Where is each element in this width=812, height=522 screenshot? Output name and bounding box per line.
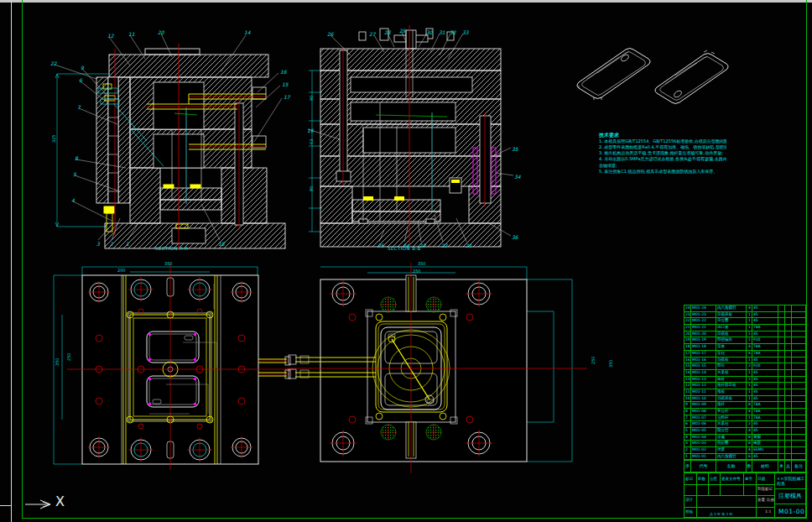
spacer-left bbox=[320, 186, 352, 223]
bom-row: 4M01-04 水嘴8 黄铜 bbox=[684, 435, 805, 441]
technical-notes: 技术要求 1. 本模具按照GB/T12554、GB/T12556标准验收,合模后… bbox=[599, 132, 726, 175]
ejector-retainer bbox=[352, 200, 440, 211]
drawing-title: 注塑模具 bbox=[778, 493, 802, 499]
mold-plate bbox=[320, 279, 527, 462]
scale-value: 1:1 bbox=[765, 509, 771, 514]
bom-row: 18M01-18 导套4 T8A bbox=[684, 344, 805, 351]
field-mass: 质量 bbox=[757, 498, 765, 502]
ejector-retainer bbox=[160, 188, 221, 200]
product-iso-views bbox=[569, 35, 745, 115]
plan-view-fixed-half bbox=[285, 258, 621, 478]
bom-row: 11M01-11 推板1 45 bbox=[684, 389, 805, 396]
field-design: 设计 bbox=[685, 498, 693, 502]
field-mark: 标记 bbox=[685, 477, 693, 481]
phone-case-inner-view bbox=[655, 50, 728, 104]
guide-strip-left bbox=[96, 77, 108, 203]
guide-pillar bbox=[108, 77, 118, 203]
cavity-window bbox=[351, 102, 455, 121]
bom-row: 17M01-17 导柱4 T8A bbox=[684, 351, 805, 358]
bom-row: 5M01-05 限位钉4 45 bbox=[684, 428, 805, 435]
title-block: 标记 处数 分区 更改文件号 签字 日期 设计 校核 阶段标记 质量 比例 1:… bbox=[684, 472, 806, 518]
sheet-edge-line bbox=[11, 0, 12, 522]
note-line: 2. 成型零件表面粗糙度Ra0.4,不得有划痕、碰伤、锈蚀等缺陷,型腔应抛光; bbox=[599, 144, 726, 150]
sheet-tick bbox=[0, 505, 11, 506]
field-scale: 比例 bbox=[767, 498, 774, 502]
ejector-plate bbox=[160, 200, 221, 210]
drawing-number: M01-00 bbox=[778, 508, 804, 515]
water-fitting-upper bbox=[252, 87, 266, 99]
bom-row: 8M01-08 复位杆4 T8A bbox=[684, 409, 805, 415]
note-line: 3. 推出机构运动灵活平稳,无卡滞现象,推杆复位准确可靠,动作灵敏; bbox=[599, 150, 726, 156]
bill-of-materials: 24M01-24 内六角螺钉4 45 23M01-23 定模座板1 45 22M… bbox=[684, 305, 806, 460]
bom-row: 2M01-02 弹簧4 65Mn bbox=[684, 447, 805, 454]
top-border bbox=[0, 0, 812, 3]
note-line: 1. 本模具按照GB/T12554、GB/T12556标准验收,合模后分型面间隙… bbox=[599, 138, 726, 144]
bom-row: 15M01-15 型芯2 P20 bbox=[684, 363, 805, 370]
field-zone: 分区 bbox=[710, 477, 717, 481]
bom-header-row: 序号 代号 名称 数 材料 单件 总计 备注 bbox=[684, 460, 806, 472]
bom-row: 13M01-13 垫块2 45 bbox=[684, 377, 805, 384]
bom-row: 22M01-22 定位圈1 45 bbox=[684, 318, 805, 325]
spacer-right bbox=[221, 168, 267, 223]
bom-row: 24M01-24 内六角螺钉4 45 bbox=[684, 305, 805, 312]
note-line: 5. 未注倒角C1,锐边倒钝,模具非成型表面涂防锈油后入库保存。 bbox=[599, 169, 726, 175]
frame-left bbox=[22, 0, 23, 518]
field-date: 日期 bbox=[757, 477, 765, 481]
field-stage: 阶段标记 bbox=[757, 487, 773, 491]
bom-row: 21M01-21 浇口套1 T8A bbox=[684, 325, 805, 331]
note-line: 杂物堵塞; bbox=[599, 163, 726, 169]
bom-row: 7M01-07 拉料杆1 T8A bbox=[684, 415, 805, 422]
bom-row: 12M01-12 推杆固定板1 45 bbox=[684, 383, 805, 389]
field-change-doc: 更改文件号 bbox=[721, 477, 741, 481]
cad-drawing-canvas[interactable]: SECTION A-A SECTION B-B 1211201496785422… bbox=[0, 0, 812, 522]
guide-pin bbox=[340, 50, 347, 176]
bom-row: 9M01-09 推杆8 T8A bbox=[684, 402, 805, 409]
guide-strip-right bbox=[118, 77, 130, 203]
field-sign: 签字 bbox=[745, 477, 752, 481]
field-check: 校核 bbox=[685, 509, 693, 514]
phone-case-back-view bbox=[577, 49, 650, 101]
section-a-caption: SECTION A-A bbox=[155, 246, 189, 251]
support-pillar bbox=[480, 116, 491, 203]
spacer-left bbox=[130, 168, 160, 223]
bom-row: 16M01-16 动模板1 45 bbox=[684, 358, 805, 364]
sheet-count: 共 1 张 第 1 张 bbox=[710, 512, 732, 516]
notes-title: 技术要求 bbox=[599, 132, 726, 138]
bom-row: 20M01-20 定模板1 45 bbox=[684, 331, 805, 338]
fixed-clamp-plate bbox=[109, 55, 268, 77]
bom-row: 3M01-03 密封圈8 橡胶 bbox=[684, 441, 805, 447]
plan-view-moving-half bbox=[49, 258, 300, 477]
bom-row: 10M01-10 动模座板1 45 bbox=[684, 396, 805, 403]
field-count: 处数 bbox=[698, 477, 705, 481]
water-fitting-lower bbox=[252, 136, 266, 148]
top-boss bbox=[145, 49, 200, 55]
bom-row: 14M01-14 支承板1 45 bbox=[684, 370, 805, 377]
frame-bottom bbox=[22, 518, 807, 519]
note-line: 4. 冷却水路以0.5MPa压力进行试水检验,各接头处不得有渗漏,水路内不得有 bbox=[599, 156, 726, 162]
sprue-bush-assembly bbox=[359, 29, 454, 49]
bom-row: 19M01-19 型腔镶块1 P20 bbox=[684, 337, 805, 344]
guide-pin-head bbox=[336, 171, 351, 181]
ucs-axis-icon bbox=[25, 495, 59, 514]
bottom-clamp-plate bbox=[320, 223, 501, 247]
runner-window bbox=[351, 77, 472, 92]
company-name: ××学院机械工程系 bbox=[777, 476, 806, 486]
bom-row: 6M01-06 支承柱2 45 bbox=[684, 421, 805, 428]
section-b-caption: SECTION B-B bbox=[388, 246, 421, 251]
bom-row: 23M01-23 定模座板1 45 bbox=[684, 312, 805, 319]
section-view-b bbox=[300, 22, 556, 255]
section-view-a bbox=[46, 23, 289, 254]
bottom-access-window bbox=[172, 228, 206, 243]
limit-pad bbox=[451, 180, 460, 183]
x-axis-label: X bbox=[55, 493, 65, 509]
frame-right bbox=[806, 0, 807, 518]
